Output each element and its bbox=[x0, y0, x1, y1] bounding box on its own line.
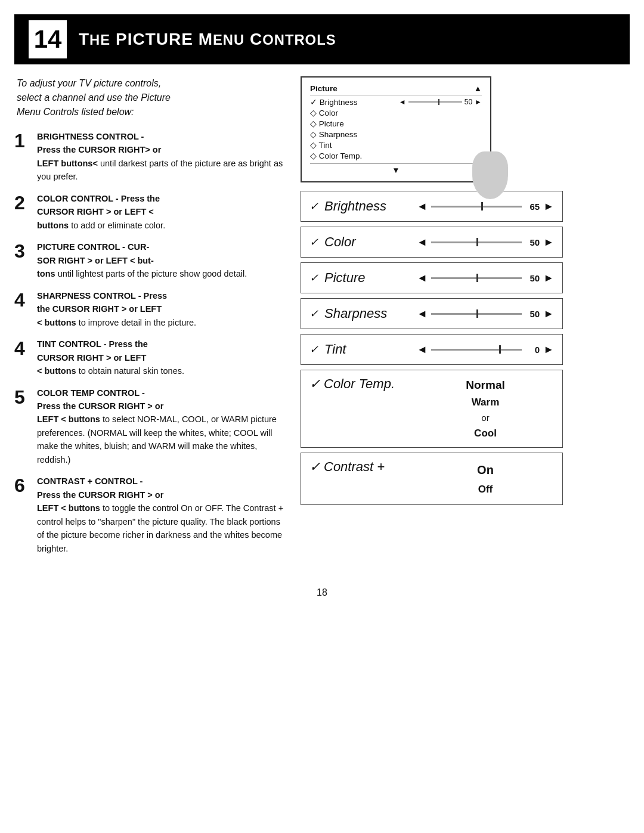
control-item-contrast: 6 CONTRAST + CONTROL - Press the CURSOR … bbox=[14, 475, 289, 555]
tint-slider: ◄ 0 ► bbox=[417, 343, 554, 356]
menu-down-arrow-row: ▼ bbox=[310, 163, 482, 175]
control-text-colortemp: COLOR TEMP CONTROL - Press the CURSOR RI… bbox=[37, 386, 289, 467]
control-item-brightness: 1 BRIGHTNESS CONTROL - Press the CURSOR … bbox=[14, 130, 289, 184]
control-text-sharpness: SHARPNESS CONTROL - Press the CURSOR RIG… bbox=[37, 289, 196, 329]
menu-tint-row: ◇ Tint bbox=[310, 140, 482, 150]
big-control-sharpness: ✓ Sharpness ◄ 50 ► bbox=[301, 298, 563, 329]
picture-label: ✓ Picture bbox=[309, 270, 417, 286]
page-header: 14 THE PICTURE MENU CONTROLS bbox=[14, 14, 630, 64]
control-number-4a: 4 bbox=[14, 289, 31, 329]
menu-colortemp-row: ◇ Color Temp. bbox=[310, 150, 482, 161]
brightness-label: ✓ Brightness bbox=[309, 199, 417, 214]
menu-sharpness-row: ◇ Sharpness bbox=[310, 129, 482, 140]
page-number-box: 14 bbox=[29, 20, 67, 58]
brightness-slider: ◄ 65 ► bbox=[417, 200, 554, 213]
big-control-colortemp: ✓ Color Temp. Normal Warm or Cool bbox=[301, 370, 563, 448]
control-item-color: 2 COLOR CONTROL - Press the CURSOR RIGHT… bbox=[14, 192, 289, 232]
contrast-label: ✓ Contrast + bbox=[309, 459, 417, 475]
color-slider: ◄ 50 ► bbox=[417, 236, 554, 249]
tint-label: ✓ Tint bbox=[309, 342, 417, 357]
big-control-picture: ✓ Picture ◄ 50 ► bbox=[301, 262, 563, 293]
control-text-color: COLOR CONTROL - Press the CURSOR RIGHT >… bbox=[37, 192, 165, 232]
page-number-bottom: 18 bbox=[0, 587, 644, 610]
menu-preview-header: Picture ▲ bbox=[310, 83, 482, 95]
menu-preview-box: Picture ▲ ✓ Brightness ◄ 50 ► ◇ Color ◇ … bbox=[301, 76, 491, 182]
control-item-picture: 3 PICTURE CONTROL - CUR- SOR RIGHT > or … bbox=[14, 240, 289, 280]
picture-slider: ◄ 50 ► bbox=[417, 272, 554, 284]
page-title: THE PICTURE MENU CONTROLS bbox=[79, 30, 336, 49]
control-text-brightness: BRIGHTNESS CONTROL - Press the CURSOR RI… bbox=[37, 130, 289, 184]
menu-picture-row: ◇ Picture bbox=[310, 118, 482, 129]
big-control-color: ✓ Color ◄ 50 ► bbox=[301, 227, 563, 258]
big-control-brightness: ✓ Brightness ◄ 65 ► bbox=[301, 191, 563, 222]
control-number-3: 3 bbox=[14, 240, 31, 280]
contrast-options: On Off bbox=[417, 459, 554, 499]
control-number-5: 5 bbox=[14, 386, 31, 467]
colortemp-label: ✓ Color Temp. bbox=[309, 376, 417, 392]
intro-text: To adjust your TV picture controls, sele… bbox=[14, 76, 289, 119]
control-text-picture: PICTURE CONTROL - CUR- SOR RIGHT > or LE… bbox=[37, 240, 247, 280]
control-number-1: 1 bbox=[14, 130, 31, 184]
sharpness-label: ✓ Sharpness bbox=[309, 306, 417, 321]
colortemp-options: Normal Warm or Cool bbox=[417, 376, 554, 441]
color-label: ✓ Color bbox=[309, 234, 417, 250]
control-item-tint: 4 TINT CONTROL - Press the CURSOR RIGHT … bbox=[14, 337, 289, 377]
left-column: To adjust your TV picture controls, sele… bbox=[14, 76, 289, 563]
sharpness-slider: ◄ 50 ► bbox=[417, 308, 554, 320]
right-column: Picture ▲ ✓ Brightness ◄ 50 ► ◇ Color ◇ … bbox=[301, 76, 630, 563]
control-number-4b: 4 bbox=[14, 337, 31, 377]
control-text-contrast: CONTRAST + CONTROL - Press the CURSOR RI… bbox=[37, 475, 289, 555]
control-text-tint: TINT CONTROL - Press the CURSOR RIGHT > … bbox=[37, 337, 184, 377]
menu-color-row: ◇ Color bbox=[310, 107, 482, 118]
control-number-6: 6 bbox=[14, 475, 31, 555]
control-item-sharpness: 4 SHARPNESS CONTROL - Press the CURSOR R… bbox=[14, 289, 289, 329]
control-item-colortemp: 5 COLOR TEMP CONTROL - Press the CURSOR … bbox=[14, 386, 289, 467]
big-control-tint: ✓ Tint ◄ 0 ► bbox=[301, 334, 563, 365]
menu-brightness-row: ✓ Brightness ◄ 50 ► bbox=[310, 97, 482, 107]
big-control-contrast: ✓ Contrast + On Off bbox=[301, 453, 563, 506]
control-number-2: 2 bbox=[14, 192, 31, 232]
